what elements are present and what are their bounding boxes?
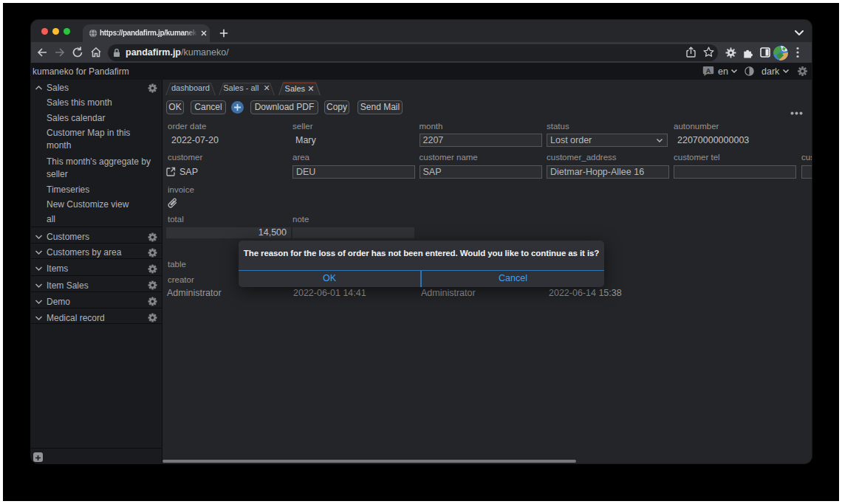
svg-text:A: A [706, 67, 711, 75]
